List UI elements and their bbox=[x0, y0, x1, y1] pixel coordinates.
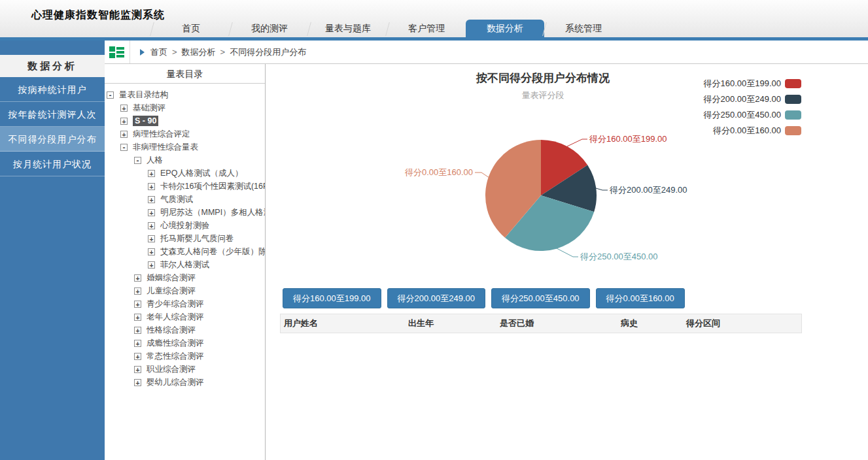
tree-node[interactable]: +病理性综合评定 bbox=[105, 127, 265, 140]
scale-directory-tree: -量表目录结构+基础测评+S - 90+病理性综合评定-非病理性综合量表-人格+… bbox=[105, 84, 265, 460]
tree-node[interactable]: +性格综合测评 bbox=[105, 323, 265, 337]
pie-label: 得分250.00至450.00 bbox=[580, 252, 658, 261]
tree-node-label: 非病理性综合量表 bbox=[133, 142, 198, 153]
breadcrumb-item[interactable]: 不同得分段用户分布 bbox=[230, 47, 306, 57]
sidebar-header: 数据分析 bbox=[0, 55, 105, 77]
tree-node[interactable]: +托马斯婴儿气质问卷 bbox=[105, 232, 265, 245]
tree-node-label: 气质测试 bbox=[160, 194, 193, 205]
results-table: 用户姓名出生年是否已婚病史得分区间 bbox=[280, 314, 802, 333]
tree-node-label: 性格综合测评 bbox=[147, 325, 196, 336]
tree-node-label: 老年人综合测评 bbox=[147, 312, 204, 323]
expand-icon[interactable]: + bbox=[148, 248, 155, 255]
tab-home[interactable]: 首页 bbox=[152, 20, 230, 37]
pie-label-line bbox=[596, 188, 608, 190]
tree-node[interactable]: +职业综合测评 bbox=[105, 363, 265, 376]
table-header-cell: 病史 bbox=[617, 318, 683, 329]
filter-button-score-200-249[interactable]: 得分200.00至249.00 bbox=[387, 288, 486, 308]
tree-node-label: 青少年综合测评 bbox=[147, 299, 204, 310]
tree-node[interactable]: +儿童综合测评 bbox=[105, 284, 265, 297]
breadcrumb-item[interactable]: 数据分析 bbox=[182, 47, 216, 57]
breadcrumb-item[interactable]: 首页 bbox=[150, 47, 167, 57]
expand-icon[interactable]: + bbox=[134, 301, 141, 308]
expand-icon[interactable]: + bbox=[148, 261, 155, 269]
legend-swatch bbox=[785, 95, 801, 104]
expand-icon[interactable]: + bbox=[134, 366, 141, 373]
tree-node-label: 婴幼儿综合测评 bbox=[147, 377, 204, 388]
tree-node[interactable]: +艾森克人格问卷（少年版）陈仲 bbox=[105, 245, 265, 258]
sidebar-item-stats-by-month[interactable]: 按月统计用户状况 bbox=[0, 152, 105, 176]
tree-node-label: 病理性综合评定 bbox=[133, 129, 190, 140]
legend-item[interactable]: 得分250.00至450.00 bbox=[703, 107, 801, 123]
tree-node[interactable]: +老年人综合测评 bbox=[105, 310, 265, 323]
expand-icon[interactable]: + bbox=[134, 288, 141, 295]
legend-item[interactable]: 得分0.00至160.00 bbox=[703, 123, 801, 139]
tree-node[interactable]: +成瘾性综合测评 bbox=[105, 337, 265, 350]
expand-icon[interactable]: + bbox=[148, 222, 155, 229]
expand-icon[interactable]: + bbox=[120, 118, 128, 125]
tree-node[interactable]: +婚姻综合测评 bbox=[105, 271, 265, 284]
tree-node-label: 成瘾性综合测评 bbox=[147, 338, 204, 349]
tree-node-label: 菲尔人格测试 bbox=[160, 259, 209, 271]
pie-label-line bbox=[567, 139, 587, 146]
main-content: 得分160.00至199.00得分200.00至249.00得分250.00至4… bbox=[266, 64, 868, 460]
sidebar-item-score-range-distribution[interactable]: 不同得分段用户分布 bbox=[0, 127, 105, 152]
table-header-cell: 是否已婚 bbox=[496, 318, 617, 329]
tab-data-analysis[interactable]: 数据分析 bbox=[466, 20, 544, 37]
expand-icon[interactable]: + bbox=[134, 314, 141, 321]
table-header-cell: 得分区间 bbox=[683, 318, 801, 329]
tab-my-assessment[interactable]: 我的测评 bbox=[230, 20, 309, 37]
tree-node[interactable]: +青少年综合测评 bbox=[105, 297, 265, 310]
legend-item[interactable]: 得分160.00至199.00 bbox=[703, 76, 801, 91]
expand-icon[interactable]: + bbox=[148, 183, 155, 190]
tree-node-label: 基础测评 bbox=[133, 103, 165, 114]
chart-legend: 得分160.00至199.00得分200.00至249.00得分250.00至4… bbox=[703, 76, 801, 139]
collapse-icon[interactable]: - bbox=[120, 144, 128, 151]
legend-label: 得分0.00至160.00 bbox=[713, 125, 781, 137]
tree-node[interactable]: +气质测试 bbox=[105, 193, 265, 206]
legend-item[interactable]: 得分200.00至249.00 bbox=[703, 91, 801, 107]
tree-node-label: 职业综合测评 bbox=[147, 364, 196, 375]
collapse-icon[interactable]: - bbox=[134, 157, 141, 164]
tree-node[interactable]: -人格 bbox=[105, 154, 265, 167]
tree-node[interactable]: +基础测评 bbox=[105, 101, 265, 114]
collapse-icon[interactable]: - bbox=[107, 91, 114, 99]
breadcrumb-bar: 首页>数据分析>不同得分段用户分布 bbox=[105, 41, 868, 64]
divider bbox=[130, 41, 130, 63]
expand-icon[interactable]: + bbox=[134, 353, 141, 360]
tree-node[interactable]: +明尼苏达（MMPI）多相人格测 bbox=[105, 206, 265, 219]
tab-customer-management[interactable]: 客户管理 bbox=[387, 20, 466, 37]
tree-node[interactable]: +婴幼儿综合测评 bbox=[105, 376, 265, 389]
expand-icon[interactable]: + bbox=[120, 105, 128, 112]
filter-button-score-0-160[interactable]: 得分0.00至160.00 bbox=[596, 288, 685, 308]
tree-node[interactable]: +S - 90 bbox=[105, 114, 265, 127]
tree-node[interactable]: +菲尔人格测试 bbox=[105, 258, 265, 271]
pie-label: 得分160.00至199.00 bbox=[589, 134, 667, 144]
tree-node[interactable]: +心境投射测验 bbox=[105, 219, 265, 232]
table-header-row: 用户姓名出生年是否已婚病史得分区间 bbox=[280, 314, 802, 333]
expand-icon[interactable]: + bbox=[148, 170, 155, 177]
legend-label: 得分250.00至450.00 bbox=[703, 109, 781, 121]
filter-button-score-160-199[interactable]: 得分160.00至199.00 bbox=[283, 288, 381, 308]
expand-icon[interactable]: + bbox=[134, 379, 141, 386]
tab-system-management[interactable]: 系统管理 bbox=[544, 20, 623, 37]
expand-icon[interactable]: + bbox=[134, 340, 141, 347]
tree-node[interactable]: -非病理性综合量表 bbox=[105, 140, 265, 154]
expand-icon[interactable]: + bbox=[148, 209, 155, 216]
tree-node-label: 人格 bbox=[147, 155, 163, 166]
sidebar-item-stats-by-age[interactable]: 按年龄统计测评人次 bbox=[0, 102, 105, 127]
expand-icon[interactable]: + bbox=[134, 327, 141, 334]
legend-label: 得分200.00至249.00 bbox=[703, 93, 781, 105]
tree-node[interactable]: +EPQ人格测试（成人） bbox=[105, 167, 265, 180]
expand-icon[interactable]: + bbox=[120, 131, 128, 138]
tree-node-label: 常态性综合测评 bbox=[147, 351, 204, 362]
tree-node[interactable]: +常态性综合测评 bbox=[105, 350, 265, 363]
filter-button-score-250-450[interactable]: 得分250.00至450.00 bbox=[491, 288, 590, 308]
tree-node[interactable]: -量表目录结构 bbox=[105, 88, 265, 101]
tree-node[interactable]: +卡特尔16项个性因素测试(16PF bbox=[105, 180, 265, 193]
expand-icon[interactable]: + bbox=[134, 274, 141, 282]
breadcrumb: 首页>数据分析>不同得分段用户分布 bbox=[150, 46, 306, 58]
sidebar-item-stats-by-disease[interactable]: 按病种统计用户 bbox=[0, 77, 105, 102]
expand-icon[interactable]: + bbox=[148, 235, 155, 242]
tab-scale-library[interactable]: 量表与题库 bbox=[309, 20, 387, 37]
expand-icon[interactable]: + bbox=[148, 196, 155, 203]
